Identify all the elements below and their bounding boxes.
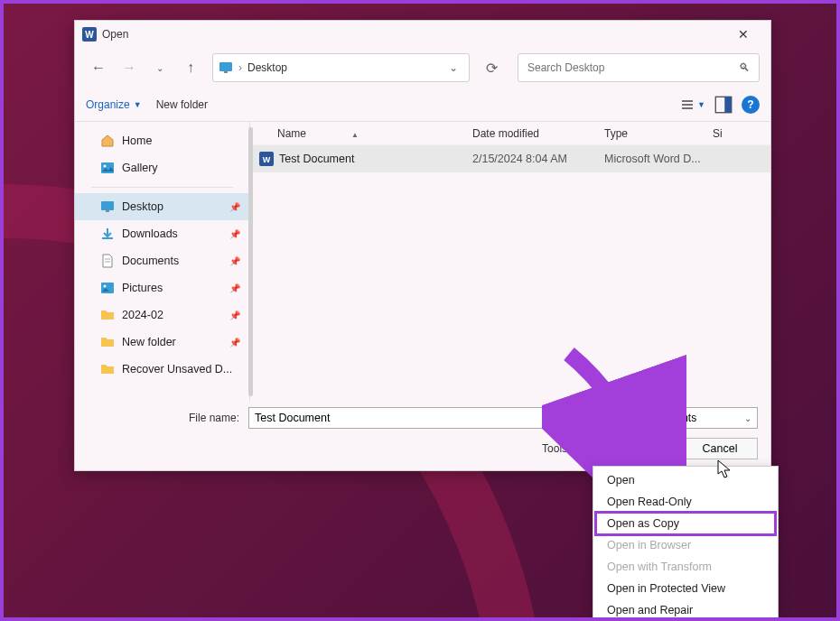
view-menu[interactable]: ▼ [681,98,705,111]
file-row[interactable]: W Test Document 2/15/2024 8:04 AM Micros… [250,145,770,172]
menu-item-open-readonly[interactable]: Open Read-Only [596,491,775,513]
tools-menu[interactable]: Tools▼ [542,442,581,455]
svg-text:W: W [263,155,271,164]
svg-rect-9 [101,162,114,173]
sidebar-item-pictures[interactable]: Pictures 📌 [75,274,249,301]
sort-up-icon: ▲ [351,131,359,139]
search-icon: 🔍︎ [739,61,750,74]
sidebar-item-downloads[interactable]: Downloads 📌 [75,220,249,247]
svg-rect-3 [224,71,228,73]
up-button[interactable]: ↑ [178,55,203,80]
home-icon [100,134,115,148]
svg-point-16 [104,285,107,288]
svg-point-10 [104,165,107,168]
svg-rect-8 [724,97,732,113]
open-split-button: Open ▼ [599,438,673,459]
breadcrumb-location: Desktop [247,61,287,74]
pin-icon: 📌 [229,256,240,266]
file-date: 2/15/2024 8:04 AM [472,153,604,165]
gallery-icon [100,161,115,175]
open-dialog: W Open ✕ ← → ⌄ ↑ › Desktop ⌄ ⟳ 🔍︎ Organi… [74,20,771,471]
help-button[interactable]: ? [742,96,760,114]
sidebar: Home Gallery Desktop 📌 Downloads 📌 Docum… [75,122,250,402]
desktop-icon [219,60,233,75]
download-icon [100,227,115,241]
document-icon [100,254,115,268]
filename-label: File name: [88,412,243,424]
folder-icon [100,362,115,376]
menu-item-open-as-copy[interactable]: Open as Copy [596,513,775,534]
organize-menu[interactable]: Organize▼ [86,98,142,111]
search-box[interactable]: 🔍︎ [518,53,760,82]
pictures-icon [100,281,115,295]
window-title: Open [102,28,128,41]
menu-item-open-in-browser: Open in Browser [596,534,775,556]
chevron-down-icon: ⌄ [744,413,751,423]
breadcrumb[interactable]: › Desktop ⌄ [212,53,470,82]
filetype-filter[interactable]: All Word Documents ⌄ [592,407,758,429]
word-file-icon: W [259,152,274,166]
pin-icon: 📌 [229,338,240,348]
titlebar: W Open ✕ [75,21,770,48]
folder-icon [100,308,115,322]
file-pane: Name▲ Date modified Type Si W Test Docum… [250,122,770,402]
recent-dropdown[interactable]: ⌄ [147,55,173,80]
menu-item-open-protected-view[interactable]: Open in Protected View [596,578,775,599]
svg-rect-2 [219,62,232,71]
filter-value: All Word Documents [598,412,696,424]
sidebar-item-folder-recover[interactable]: Recover Unsaved D... [75,356,249,383]
sidebar-item-desktop[interactable]: Desktop 📌 [75,193,249,220]
svg-rect-12 [106,210,109,212]
breadcrumb-dropdown[interactable]: ⌄ [443,61,463,74]
menu-item-open-with-transform: Open with Transform [596,556,775,578]
sidebar-item-folder-2024-02[interactable]: 2024-02 📌 [75,301,249,329]
svg-rect-15 [101,283,114,293]
close-button[interactable]: ✕ [723,27,763,42]
column-date[interactable]: Date modified [472,127,604,140]
menu-item-open-and-repair[interactable]: Open and Repair [596,599,775,621]
back-button[interactable]: ← [86,55,111,80]
file-type: Microsoft Word D... [604,153,722,165]
column-type[interactable]: Type [604,127,713,140]
sidebar-item-home[interactable]: Home [75,127,249,154]
folder-icon [100,335,115,349]
pin-icon: 📌 [229,283,240,293]
pin-icon: 📌 [229,202,240,212]
nav-row: ← → ⌄ ↑ › Desktop ⌄ ⟳ 🔍︎ [75,48,770,88]
filename-value: Test Document [255,412,330,424]
open-dropdown-button[interactable]: ▼ [657,438,673,459]
word-icon: W [82,27,97,42]
pin-icon: 📌 [229,310,240,320]
preview-pane-button[interactable] [714,96,733,114]
file-name: Test Document [279,153,354,165]
new-folder-button[interactable]: New folder [156,98,208,111]
desktop-icon [100,199,115,214]
sidebar-item-documents[interactable]: Documents 📌 [75,247,249,274]
cancel-button[interactable]: Cancel [682,438,758,459]
column-headers: Name▲ Date modified Type Si [250,122,770,145]
open-dropdown-menu: Open Open Read-Only Open as Copy Open in… [593,466,779,621]
forward-button[interactable]: → [117,55,142,80]
menu-item-open[interactable]: Open [596,469,775,491]
refresh-button[interactable]: ⟳ [479,60,505,77]
column-name[interactable]: Name▲ [250,127,472,140]
search-input[interactable] [527,61,739,74]
column-size[interactable]: Si [713,127,770,140]
svg-rect-11 [101,201,114,210]
footer: File name: Test Document ⌄ All Word Docu… [75,402,770,470]
sidebar-item-folder-new[interactable]: New folder 📌 [75,329,249,356]
chevron-down-icon: ⌄ [573,413,580,423]
svg-text:W: W [85,30,94,40]
filename-combo[interactable]: Test Document ⌄ [248,407,586,429]
toolbar: Organize▼ New folder ▼ ? [75,88,770,122]
pin-icon: 📌 [229,229,240,239]
sidebar-item-gallery[interactable]: Gallery [75,154,249,181]
open-button[interactable]: Open [599,438,657,459]
sidebar-resize-handle[interactable] [248,127,253,396]
